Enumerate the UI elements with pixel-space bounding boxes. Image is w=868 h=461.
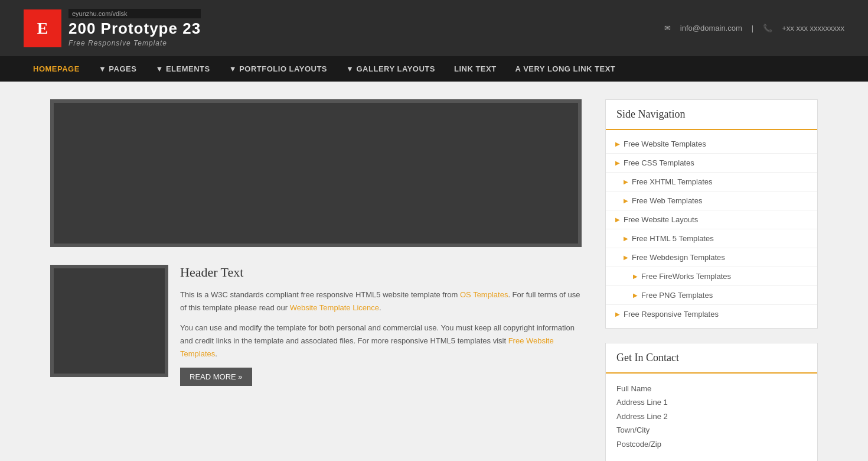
nav-item-linktext[interactable]: LINK TEXT [445,56,506,82]
list-item: ▶ Free CSS Templates [606,154,817,173]
logo-watermark: eyunzhu.com/vdisk [68,9,201,18]
article-text-2: You can use and modify the template for … [180,322,582,361]
contact-postcode: Postcode/Zip [616,440,661,449]
nav-item-label: Free PNG Templates [641,291,713,300]
arrow-icon: ▶ [615,311,620,317]
nav-item-label: Free Web Templates [632,196,702,205]
main-container: Header Text This is a W3C standards comp… [27,82,841,461]
side-nav-list: ▶ Free Website Templates ▶ Free CSS Temp… [606,130,817,328]
contact-address: Full Name Address Line 1 Address Line 2 … [616,382,807,451]
list-item: ▶ Free Webdesign Templates [606,248,817,267]
list-item: ▶ Free XHTML Templates [606,173,817,191]
licence-link[interactable]: Website Template Licence [290,303,379,312]
nav-free-responsive-templates[interactable]: ▶ Free Responsive Templates [606,305,817,323]
nav-item-pages[interactable]: ▼ PAGES [89,56,146,82]
contact-address2: Address Line 2 [616,412,668,421]
nav-item-label: Free XHTML Templates [632,177,713,186]
arrow-icon: ▶ [624,197,628,204]
nav-free-website-templates[interactable]: ▶ Free Website Templates [606,135,817,153]
arrow-icon: ▶ [633,273,638,280]
list-item: ▶ Free FireWorks Templates [606,267,817,286]
list-item: ▶ Free PNG Templates [606,286,817,305]
nav-free-css-templates[interactable]: ▶ Free CSS Templates [606,154,817,172]
list-item: ▶ Free Responsive Templates [606,305,817,323]
nav-label-gallery: ▼ GALLERY LAYOUTS [346,64,435,73]
contact-details: Tel: xxxx xxxx xxxxxx Email: contact@dom… [616,457,807,461]
contact-fullname: Full Name [616,384,651,393]
list-item: ▶ Free Website Layouts [606,210,817,229]
content-area: Header Text This is a W3C standards comp… [50,99,582,461]
nav-item-homepage[interactable]: HOMEPAGE [24,56,89,82]
nav-item-label: Free Webdesign Templates [632,253,725,262]
contact-title: Get In Contact [606,343,817,374]
header-left: E eyunzhu.com/vdisk 200 Prototype 23 Fre… [24,9,201,47]
list-item: ▶ Free Website Templates [606,135,817,154]
article-section: Header Text This is a W3C standards comp… [50,265,582,386]
header-contact: ✉ info@domain.com | 📞 +xx xxx xxxxxxxxx [664,24,844,33]
article-body: Header Text This is a W3C standards comp… [180,265,582,386]
nav-item-label: Free Website Templates [624,139,706,148]
nav-item-label: Free HTML 5 Templates [632,234,714,243]
sidebar: Side Navigation ▶ Free Website Templates… [605,99,818,461]
logo-box: E [24,9,61,47]
nav-item-portfolio[interactable]: ▼ PORTFOLIO LAYOUTS [220,56,337,82]
article-thumbnail [50,265,168,377]
nav-label-portfolio: ▼ PORTFOLIO LAYOUTS [229,64,327,73]
nav-item-label: Free Responsive Templates [624,310,719,319]
phone-icon: 📞 [763,24,772,33]
nav-item-label: Free CSS Templates [624,158,694,167]
header-divider: | [752,24,753,33]
email-icon: ✉ [664,24,671,33]
article-title: Header Text [180,265,582,280]
logo-text-block: eyunzhu.com/vdisk 200 Prototype 23 Free … [68,9,201,47]
list-item: ▶ Free Web Templates [606,191,817,210]
arrow-icon: ▶ [624,178,628,185]
contact-widget: Get In Contact Full Name Address Line 1 … [605,343,818,461]
header-phone: +xx xxx xxxxxxxxx [782,24,844,33]
site-title: 200 Prototype 23 [68,20,201,38]
article-text-end: . [379,303,381,312]
nav-free-html5-templates[interactable]: ▶ Free HTML 5 Templates [606,229,817,248]
read-more-button[interactable]: READ MORE » [180,368,252,386]
nav-label-homepage: HOMEPAGE [33,64,80,73]
contact-block: Full Name Address Line 1 Address Line 2 … [606,374,817,461]
arrow-icon: ▶ [633,292,638,298]
nav-item-elements[interactable]: ▼ ELEMENTS [146,56,219,82]
arrow-icon: ▶ [624,235,628,242]
arrow-icon: ▶ [624,254,628,261]
logo-letter: E [37,19,48,38]
nav-label-pages: ▼ PAGES [99,64,137,73]
nav-item-label: Free FireWorks Templates [641,272,731,281]
nav-item-gallery[interactable]: ▼ GALLERY LAYOUTS [337,56,445,82]
nav-label-linktext: LINK TEXT [454,64,497,73]
nav-free-webdesign-templates[interactable]: ▶ Free Webdesign Templates [606,248,817,267]
arrow-icon: ▶ [615,216,620,223]
article-text2-end: . [215,349,217,358]
header-email: info@domain.com [680,24,742,33]
nav-free-fireworks-templates[interactable]: ▶ Free FireWorks Templates [606,267,817,285]
article-text-1: This is a W3C standards compliant free r… [180,288,582,314]
main-nav: HOMEPAGE ▼ PAGES ▼ ELEMENTS ▼ PORTFOLIO … [0,56,868,82]
arrow-icon: ▶ [615,160,620,166]
nav-free-png-templates[interactable]: ▶ Free PNG Templates [606,286,817,304]
contact-city: Town/City [616,426,650,434]
site-header: E eyunzhu.com/vdisk 200 Prototype 23 Fre… [0,0,868,56]
nav-free-xhtml-templates[interactable]: ▶ Free XHTML Templates [606,173,817,191]
nav-label-elements: ▼ ELEMENTS [155,64,210,73]
os-templates-link[interactable]: OS Templates [460,290,508,299]
arrow-icon: ▶ [615,141,620,147]
site-subtitle: Free Responsive Template [68,39,201,47]
article-text-start: This is a W3C standards compliant free r… [180,290,460,299]
list-item: ▶ Free HTML 5 Templates [606,229,817,248]
side-nav-widget: Side Navigation ▶ Free Website Templates… [605,99,818,329]
nav-item-label: Free Website Layouts [624,215,698,224]
nav-item-longlink[interactable]: A VERY LONG LINK TEXT [506,56,625,82]
nav-label-longlink: A VERY LONG LINK TEXT [515,64,616,73]
side-nav-title: Side Navigation [606,100,817,130]
nav-free-website-layouts[interactable]: ▶ Free Website Layouts [606,210,817,229]
nav-free-web-templates[interactable]: ▶ Free Web Templates [606,191,817,210]
hero-image [50,99,582,247]
contact-address1: Address Line 1 [616,398,668,407]
